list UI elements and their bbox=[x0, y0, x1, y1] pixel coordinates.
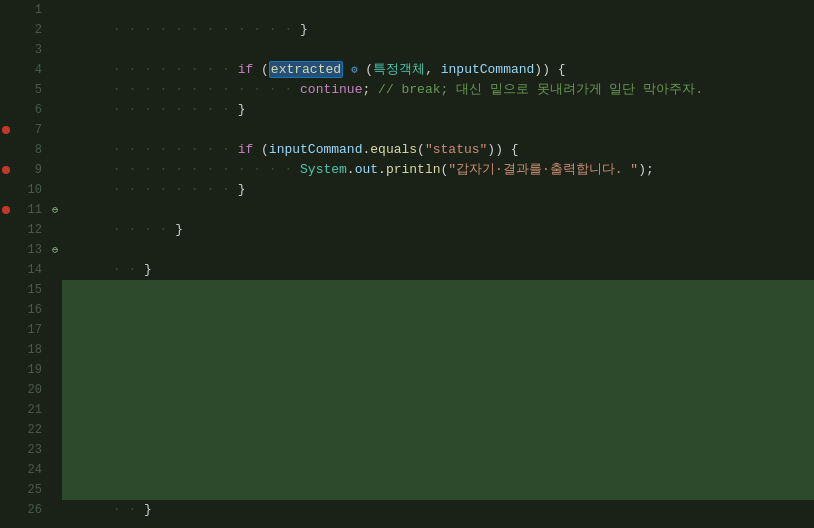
breakpoint-22[interactable] bbox=[0, 420, 12, 440]
breakpoint-15[interactable] bbox=[0, 280, 12, 300]
line-num-1: 1 bbox=[22, 0, 42, 20]
fold-11[interactable]: ⊖ bbox=[48, 200, 62, 220]
breakpoint-17[interactable] bbox=[0, 320, 12, 340]
breakpoint-19[interactable] bbox=[0, 360, 12, 380]
line-num-14: 14 bbox=[22, 260, 42, 280]
line-num-5: 5 bbox=[22, 80, 42, 100]
code-line-7: · · · · · · · · if (inputCommand.equals(… bbox=[62, 120, 814, 140]
line-num-26: 26 bbox=[22, 500, 42, 520]
code-line-19: · · · · · · · · return true; bbox=[62, 360, 814, 380]
code-line-9: · · · · · · · · } bbox=[62, 160, 814, 180]
code-line-24: · · · · return false; bbox=[62, 460, 814, 480]
breakpoint-26[interactable] bbox=[0, 500, 12, 520]
line-num-20: 20 bbox=[22, 380, 42, 400]
code-line-25: · · } bbox=[62, 480, 814, 500]
code-content[interactable]: · · · · · · · · · · · · } · · · · · · · … bbox=[62, 0, 814, 528]
fold-15 bbox=[48, 280, 62, 300]
breakpoint-9[interactable] bbox=[0, 160, 12, 180]
code-line-22: · · · · · · System.out.println("게임 하다가 끝… bbox=[62, 420, 814, 440]
breakpoint-14[interactable] bbox=[0, 260, 12, 280]
code-line-17: · · · · · · if (특정객체.isNotRunning()) { bbox=[62, 320, 814, 340]
fold-21 bbox=[48, 400, 62, 420]
fold-19 bbox=[48, 360, 62, 380]
line-num-19: 19 bbox=[22, 360, 42, 380]
fold-10 bbox=[48, 180, 62, 200]
breakpoint-11[interactable] bbox=[0, 200, 12, 220]
line-num-16: 16 bbox=[22, 300, 42, 320]
fold-gutter[interactable]: ⊖ ⊖ bbox=[48, 0, 62, 528]
line-num-10: 10 bbox=[22, 180, 42, 200]
breakpoint-13[interactable] bbox=[0, 240, 12, 260]
line-num-6: 6 bbox=[22, 100, 42, 120]
breakpoint-16[interactable] bbox=[0, 300, 12, 320]
fold-7 bbox=[48, 120, 62, 140]
fold-1 bbox=[48, 0, 62, 20]
code-line-12 bbox=[62, 220, 814, 240]
line-num-3: 3 bbox=[22, 40, 42, 60]
breakpoint-23[interactable] bbox=[0, 440, 12, 460]
code-line-20: · · · · · · } bbox=[62, 380, 814, 400]
breakpoint-marker bbox=[2, 206, 10, 214]
breakpoint-21[interactable] bbox=[0, 400, 12, 420]
breakpoint-7[interactable] bbox=[0, 120, 12, 140]
breakpoint-24[interactable] bbox=[0, 460, 12, 480]
fold-26 bbox=[48, 500, 62, 520]
fold-4 bbox=[48, 60, 62, 80]
line-num-13: 13 bbox=[22, 240, 42, 260]
code-line-16: · · · · if (inputCommand.equals("end")) … bbox=[62, 300, 814, 320]
line-num-25: 25 bbox=[22, 480, 42, 500]
code-line-18: · · · · · · · · 특정객체.exit(); // flag isE… bbox=[62, 340, 814, 360]
breakpoint-25[interactable] bbox=[0, 480, 12, 500]
code-line-5: · · · · · · · · } bbox=[62, 80, 814, 100]
fold-9 bbox=[48, 160, 62, 180]
breakpoint-20[interactable] bbox=[0, 380, 12, 400]
breakpoint-4[interactable] bbox=[0, 60, 12, 80]
fold-22 bbox=[48, 420, 62, 440]
line-num-24: 24 bbox=[22, 460, 42, 480]
fold-2 bbox=[48, 20, 62, 40]
fold-14 bbox=[48, 260, 62, 280]
fold-6 bbox=[48, 100, 62, 120]
fold-13[interactable]: ⊖ bbox=[48, 240, 62, 260]
fold-5 bbox=[48, 80, 62, 100]
fold-23 bbox=[48, 440, 62, 460]
fold-8 bbox=[48, 140, 62, 160]
code-editor: 1 2 3 4 5 6 7 8 9 10 11 12 13 14 15 16 1… bbox=[0, 0, 814, 528]
line-num-15: 15 bbox=[22, 280, 42, 300]
line-num-23: 23 bbox=[22, 440, 42, 460]
fold-12 bbox=[48, 220, 62, 240]
code-line-3: · · · · · · · · if (extracted ⚙ (특정객체, i… bbox=[62, 40, 814, 60]
line-num-8: 8 bbox=[22, 140, 42, 160]
line-num-21: 21 bbox=[22, 400, 42, 420]
breakpoint-8[interactable] bbox=[0, 140, 12, 160]
code-line-13: · · } bbox=[62, 240, 814, 260]
code-line-21: · · · · · · 특정객체.end(); bbox=[62, 400, 814, 420]
breakpoint-5[interactable] bbox=[0, 80, 12, 100]
code-line-26 bbox=[62, 500, 814, 520]
code-line-8: · · · · · · · · · · · · System.out.print… bbox=[62, 140, 814, 160]
breakpoint-18[interactable] bbox=[0, 340, 12, 360]
fold-3 bbox=[48, 40, 62, 60]
breakpoint-10[interactable] bbox=[0, 180, 12, 200]
breakpoint-3[interactable] bbox=[0, 40, 12, 60]
line-num-9: 9 bbox=[22, 160, 42, 180]
fold-24 bbox=[48, 460, 62, 480]
breakpoint-gutter[interactable] bbox=[0, 0, 12, 528]
line-num-12: 12 bbox=[22, 220, 42, 240]
fold-16 bbox=[48, 300, 62, 320]
breakpoint-12[interactable] bbox=[0, 220, 12, 240]
fold-18 bbox=[48, 340, 62, 360]
code-line-4: · · · · · · · · · · · · continue; // bre… bbox=[62, 60, 814, 80]
code-line-14 bbox=[62, 260, 814, 280]
breakpoint-2[interactable] bbox=[0, 20, 12, 40]
fold-25 bbox=[48, 480, 62, 500]
fold-20 bbox=[48, 380, 62, 400]
line-num-2: 2 bbox=[22, 20, 42, 40]
breakpoint-1[interactable] bbox=[0, 0, 12, 20]
line-number-gutter: 1 2 3 4 5 6 7 8 9 10 11 12 13 14 15 16 1… bbox=[12, 0, 48, 528]
breakpoint-6[interactable] bbox=[0, 100, 12, 120]
code-line-2 bbox=[62, 20, 814, 40]
line-num-11: 11 bbox=[22, 200, 42, 220]
line-num-18: 18 bbox=[22, 340, 42, 360]
code-line-1: · · · · · · · · · · · · } bbox=[62, 0, 814, 20]
